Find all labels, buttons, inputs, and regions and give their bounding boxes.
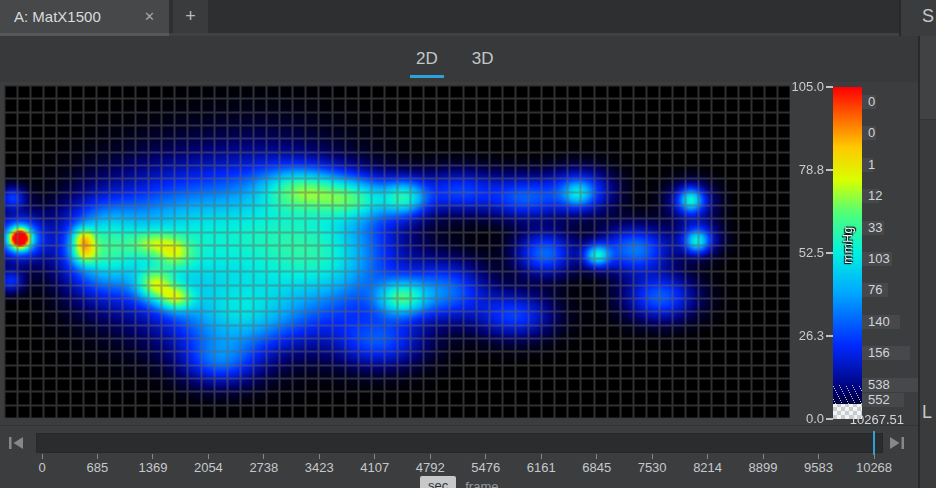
scale-tick-label: 105.0 [776,79,824,94]
timeline-tick-label: 7530 [624,460,680,475]
skip-to-start-button[interactable] [8,436,25,450]
timeline-tick-label: 2054 [180,460,236,475]
timeline-tick-label: 6161 [513,460,569,475]
pressure-heatmap-canvas[interactable] [4,85,790,418]
histogram-count: 1 [868,157,875,172]
scale-tick-label: 78.8 [776,162,824,177]
histogram-count: 33 [868,220,882,235]
timeline-tick-label: 8214 [680,460,736,475]
histogram-count: 0 [868,94,875,109]
frame-unit-button[interactable]: frame [465,479,498,488]
scale-tick-label: 26.3 [776,328,824,343]
timeline-tick-label: 8899 [735,460,791,475]
timeline: 0685136920542738342341074792547661616845… [0,425,918,488]
timeline-track[interactable] [36,433,883,453]
timeline-playhead[interactable] [873,431,875,455]
timeline-tick-mark [818,454,819,459]
timeline-tick-mark [319,454,320,459]
timeline-tick-mark [263,454,264,459]
tab-close-icon[interactable]: ✕ [140,7,159,26]
view-toolbar: 2D 3D [0,36,918,82]
timeline-tick-mark [430,454,431,459]
tab-bar: A: MatX1500 ✕ + [0,0,901,33]
pressure-map-area: 105.078.852.526.30.0 0011233103761401565… [0,82,918,425]
right-panel-header: S [901,0,936,36]
timeline-tick-label: 9583 [791,460,847,475]
tab-2d[interactable]: 2D [410,47,444,78]
timeline-tick-mark [208,454,209,459]
timeline-tick-mark [874,454,875,459]
timeline-tick-label: 4792 [402,460,458,475]
timeline-tick-label: 5476 [458,460,514,475]
timeline-tick-mark [596,454,597,459]
timeline-tick-mark [152,454,153,459]
new-tab-button[interactable]: + [173,0,208,33]
right-panel-bottom-label: L [922,402,932,423]
histogram-count: 0 [868,125,875,140]
histogram-count: 12 [868,188,882,203]
timeline-tick-mark [707,454,708,459]
tab-matx1500[interactable]: A: MatX1500 ✕ [0,0,169,33]
timeline-tick-label: 3423 [291,460,347,475]
scale-tick-mark [826,335,833,337]
histogram-count: 140 [868,314,890,329]
timeline-tick-label: 0 [14,460,70,475]
sec-unit-button[interactable]: sec [420,476,456,488]
scale-tick-label: 0.0 [776,411,824,426]
app-root: A: MatX1500 ✕ + 2D 3D 105.078.852.526.30… [0,0,936,488]
scale-unit-label: mmHg [841,216,855,274]
scale-tick-mark [826,86,833,88]
view-toggle: 2D 3D [410,47,499,78]
right-panel: L [920,36,936,488]
timeline-tick-label: 1369 [125,460,181,475]
timeline-tick-mark [485,454,486,459]
timeline-tick-label: 2738 [236,460,292,475]
timeline-tick-label: 6845 [569,460,625,475]
timeline-tick-label: 685 [69,460,125,475]
scale-tick-mark [826,169,833,171]
timeline-tick-mark [763,454,764,459]
timeline-tick-mark [374,454,375,459]
scale-tick-mark [826,252,833,254]
right-panel-top-label: S [922,6,934,27]
histogram-count: 538 [868,377,890,392]
timeline-tick-mark [541,454,542,459]
histogram-count: 552 [868,392,890,407]
timeline-tick-mark [97,454,98,459]
tab-title: A: MatX1500 [14,8,140,25]
scale-tick-label: 52.5 [776,245,824,260]
time-unit-toggle: sec frame [420,476,498,488]
timeline-tick-label: 4107 [347,460,403,475]
right-panel-section [920,36,936,120]
timeline-tick-mark [652,454,653,459]
timeline-tick-label: 10268 [846,460,902,475]
histogram-count: 103 [868,251,890,266]
skip-to-end-button[interactable] [888,436,905,450]
timeline-tick-mark [42,454,43,459]
histogram-count: 156 [868,345,890,360]
histogram-count: 76 [868,282,882,297]
tab-3d[interactable]: 3D [466,47,500,78]
